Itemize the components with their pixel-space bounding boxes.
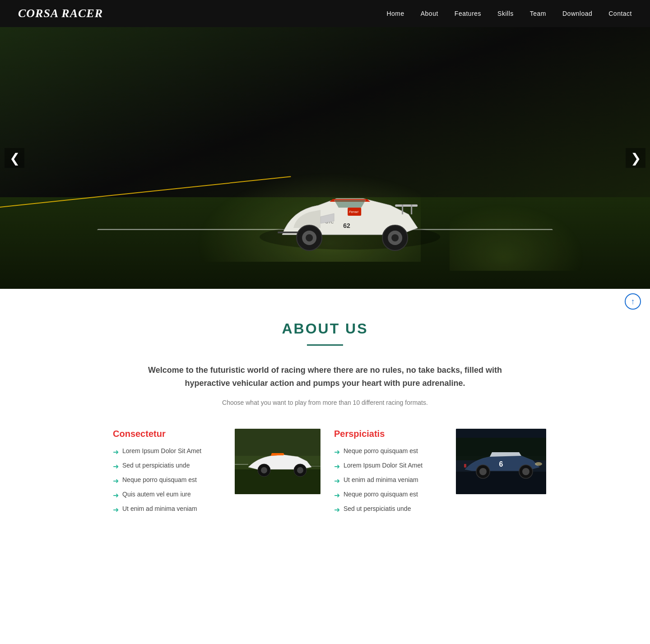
about-col-2-img [235, 429, 325, 494]
back-to-top-button[interactable]: ↑ [625, 293, 641, 310]
nav-links: Home About Features Skills Team Download… [386, 9, 632, 18]
about-col2-list: ➜Neque porro quisquam est ➜Lorem Ipsum D… [334, 447, 447, 514]
about-section: ↑ ABOUT US Welcome to the futuristic wor… [0, 289, 650, 537]
carousel-prev-button[interactable]: ❮ [5, 148, 24, 168]
navbar: CORSA RACER Home About Features Skills T… [0, 0, 650, 27]
arrow-icon: ➜ [334, 505, 340, 514]
carousel-next-button[interactable]: ❯ [626, 148, 645, 168]
hero-section: 62 GTC Ferrari ❮ ❯ [0, 27, 650, 289]
about-content-grid: Consectetur ➜Lorem Ipsum Dolor Sit Amet … [104, 429, 546, 519]
nav-home[interactable]: Home [386, 10, 404, 17]
nav-skills[interactable]: Skills [497, 10, 514, 17]
about-divider [307, 344, 343, 346]
brand-logo[interactable]: CORSA RACER [18, 7, 103, 20]
list-item: ➜Sed ut perspiciatis unde [113, 462, 226, 471]
arrow-icon: ➜ [113, 505, 119, 514]
svg-point-35 [535, 462, 542, 466]
arrow-icon: ➜ [334, 448, 340, 456]
about-col-3-text: Perspiciatis ➜Neque porro quisquam est ➜… [325, 429, 456, 519]
about-col-4-img: 6 [456, 429, 546, 494]
arrow-icon: ➜ [334, 462, 340, 471]
svg-point-23 [297, 467, 303, 473]
about-col2-title: Perspiciatis [334, 429, 447, 439]
svg-rect-24 [235, 464, 248, 465]
list-item: ➜Sed ut perspiciatis unde [334, 505, 447, 514]
car-image-2-svg: 6 [456, 429, 546, 494]
about-intro-sub: Choose what you want to play from more t… [9, 399, 641, 406]
list-item: ➜Neque porro quisquam est [334, 447, 447, 456]
nav-contact[interactable]: Contact [608, 10, 632, 17]
arrow-icon: ➜ [113, 491, 119, 500]
arrow-icon: ➜ [334, 491, 340, 500]
about-col-1-text: Consectetur ➜Lorem Ipsum Dolor Sit Amet … [104, 429, 235, 519]
nav-features[interactable]: Features [455, 10, 481, 17]
svg-point-21 [261, 467, 267, 473]
nav-team[interactable]: Team [530, 10, 546, 17]
list-item: ➜Neque porro quisquam est [113, 476, 226, 485]
list-item: ➜Lorem Ipsum Dolor Sit Amet [113, 447, 226, 456]
arrow-icon: ➜ [113, 448, 119, 456]
arrow-icon: ➜ [113, 462, 119, 471]
list-item: ➜Ut enim ad minima veniam [113, 505, 226, 514]
about-col1-title: Consectetur [113, 429, 226, 439]
list-item: ➜Ut enim ad minima veniam [334, 476, 447, 485]
list-item: ➜Quis autem vel eum iure [113, 491, 226, 500]
svg-text:6: 6 [499, 460, 503, 468]
nav-about[interactable]: About [421, 10, 438, 17]
about-title: ABOUT US [9, 320, 641, 337]
car-image-1 [235, 429, 320, 494]
svg-rect-19 [272, 453, 283, 455]
svg-point-32 [479, 468, 487, 475]
svg-rect-25 [307, 466, 320, 467]
svg-rect-36 [464, 464, 466, 468]
about-col1-list: ➜Lorem Ipsum Dolor Sit Amet ➜Sed ut pers… [113, 447, 226, 514]
hero-background [0, 27, 650, 289]
nav-download[interactable]: Download [562, 10, 592, 17]
car-image-2: 6 [456, 429, 546, 494]
arrow-icon: ➜ [334, 477, 340, 485]
list-item: ➜Lorem Ipsum Dolor Sit Amet [334, 462, 447, 471]
about-intro-main: Welcome to the futuristic world of racin… [140, 364, 510, 390]
car-image-1-svg [235, 429, 320, 494]
svg-point-34 [522, 468, 529, 475]
arrow-icon: ➜ [113, 477, 119, 485]
list-item: ➜Neque porro quisquam est [334, 491, 447, 500]
